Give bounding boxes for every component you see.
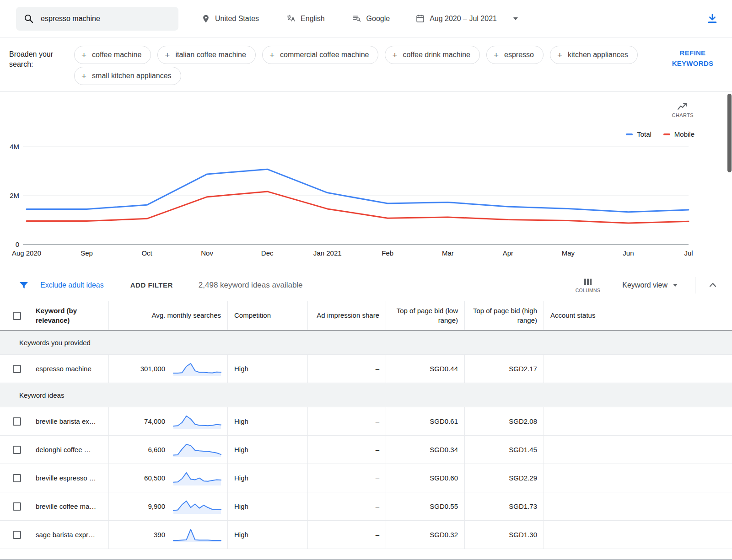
- broaden-chip[interactable]: +italian coffee machine: [157, 46, 256, 64]
- trend-arrow-icon: [677, 101, 689, 111]
- svg-text:Jun: Jun: [623, 249, 634, 257]
- broaden-chip[interactable]: +commercial coffee machine: [262, 46, 379, 64]
- bid-low-cell: SGD0.60: [386, 464, 464, 492]
- account-status-cell: [544, 355, 732, 383]
- network-value: Google: [366, 15, 390, 23]
- col-avg-monthly-searches: Avg. monthly searches: [108, 301, 227, 330]
- keyword-search-box[interactable]: [16, 7, 178, 31]
- search-input[interactable]: [41, 15, 171, 23]
- refine-keywords-button[interactable]: REFINE KEYWORDS: [667, 46, 718, 69]
- ad-impression-cell: –: [307, 436, 386, 464]
- table-row: delonghi coffee …6,600High–SGD0.34SGD1.4…: [0, 436, 732, 464]
- svg-text:4M: 4M: [10, 143, 19, 150]
- broaden-chip[interactable]: +kitchen appliances: [550, 46, 638, 64]
- legend-item-mobile[interactable]: Mobile: [663, 130, 694, 138]
- exclude-adult-ideas-link[interactable]: Exclude adult ideas: [40, 281, 104, 289]
- columns-button[interactable]: COLUMNS: [576, 277, 601, 293]
- row-checkbox[interactable]: [13, 531, 21, 539]
- select-all-checkbox[interactable]: [13, 312, 21, 320]
- translate-icon: [286, 14, 296, 23]
- svg-text:Jul: Jul: [684, 249, 693, 257]
- date-range-selector[interactable]: Aug 2020 – Jul 2021: [415, 14, 518, 23]
- trend-chart-svg: 02M4MAug 2020SepOctNovDecJan 2021FebMarA…: [0, 138, 714, 270]
- charts-toggle-button[interactable]: CHARTS: [672, 101, 694, 118]
- svg-text:May: May: [562, 249, 575, 257]
- svg-text:Dec: Dec: [261, 249, 274, 257]
- competition-cell: High: [227, 464, 307, 492]
- chip-label: coffee machine: [92, 51, 141, 59]
- topbar: United States English: [0, 0, 732, 37]
- broaden-chip[interactable]: +espresso: [486, 46, 544, 64]
- table-section-header: Keyword ideas: [0, 383, 732, 407]
- bid-low-cell: SGD0.61: [386, 407, 464, 435]
- svg-text:Mar: Mar: [442, 249, 454, 257]
- filter-funnel-icon[interactable]: [18, 280, 29, 291]
- account-status-cell: [544, 521, 732, 549]
- keyword-table-body: Keywords you providedespresso machine301…: [0, 331, 732, 549]
- keyword-cell: sage barista expr…: [27, 521, 108, 549]
- trend-sparkline: [172, 360, 223, 378]
- add-filter-button[interactable]: ADD FILTER: [130, 281, 173, 289]
- trend-sparkline: [172, 412, 223, 431]
- location-selector[interactable]: United States: [201, 14, 259, 23]
- plus-icon: +: [392, 51, 397, 59]
- svg-text:Aug 2020: Aug 2020: [12, 249, 41, 257]
- row-checkbox[interactable]: [13, 474, 21, 482]
- columns-icon: [583, 277, 593, 287]
- location-value: United States: [215, 15, 259, 23]
- chip-label: italian coffee machine: [175, 51, 246, 59]
- ad-impression-cell: –: [307, 492, 386, 520]
- row-checkbox[interactable]: [13, 446, 21, 454]
- bid-high-cell: SGD2.29: [464, 464, 544, 492]
- row-checkbox[interactable]: [13, 502, 21, 511]
- language-value: English: [301, 15, 324, 23]
- divider: [695, 277, 695, 293]
- avg-searches-cell: 74,000: [108, 407, 227, 435]
- table-section-header: Keywords you provided: [0, 331, 732, 355]
- svg-text:Feb: Feb: [382, 249, 393, 257]
- account-status-cell: [544, 464, 732, 492]
- legend-swatch: [663, 133, 670, 135]
- avg-searches-cell: 60,500: [108, 464, 227, 492]
- chip-label: commercial coffee machine: [280, 51, 369, 59]
- col-ad-impression-share: Ad impression share: [307, 301, 386, 330]
- chevron-down-icon: [673, 284, 678, 287]
- plus-icon: +: [557, 51, 562, 59]
- broaden-search-section: Broaden your search: +coffee machine+ita…: [0, 37, 732, 92]
- broaden-chip[interactable]: +small kitchen appliances: [74, 67, 181, 85]
- dropdown-arrow-icon: [513, 17, 518, 20]
- table-row: breville coffee ma…9,900High–SGD0.55SGD1…: [0, 492, 732, 521]
- chip-label: kitchen appliances: [568, 51, 628, 59]
- chip-label: espresso: [504, 51, 534, 59]
- table-header-row: Keyword (by relevance) Avg. monthly sear…: [0, 301, 732, 331]
- svg-text:2M: 2M: [10, 192, 19, 199]
- row-checkbox[interactable]: [13, 417, 21, 426]
- filter-bar: Exclude adult ideas ADD FILTER 2,498 key…: [0, 269, 732, 301]
- legend-swatch: [626, 133, 633, 135]
- scrollbar[interactable]: [727, 94, 732, 172]
- collapse-button[interactable]: [707, 280, 718, 291]
- broaden-chip[interactable]: +coffee drink machine: [385, 46, 479, 64]
- col-top-bid-low: Top of page bid (low range): [386, 301, 464, 330]
- bid-low-cell: SGD0.44: [386, 355, 464, 383]
- legend-item-total[interactable]: Total: [626, 130, 651, 138]
- bid-low-cell: SGD0.34: [386, 436, 464, 464]
- bid-high-cell: SGD1.30: [464, 521, 544, 549]
- language-selector[interactable]: English: [286, 14, 324, 23]
- plus-icon: +: [81, 51, 86, 59]
- download-button[interactable]: [706, 13, 718, 25]
- plus-icon: +: [494, 51, 499, 59]
- view-selector[interactable]: Keyword view: [622, 281, 678, 289]
- trend-sparkline: [172, 526, 223, 544]
- avg-searches-cell: 390: [108, 521, 227, 549]
- network-selector[interactable]: Google: [352, 14, 390, 23]
- ad-impression-cell: –: [307, 521, 386, 549]
- keyword-table: Keyword (by relevance) Avg. monthly sear…: [0, 301, 732, 549]
- broaden-chip[interactable]: +coffee machine: [74, 46, 151, 64]
- legend-label: Mobile: [674, 130, 694, 138]
- trend-sparkline: [172, 469, 223, 487]
- svg-text:Apr: Apr: [503, 249, 513, 257]
- svg-text:Jan 2021: Jan 2021: [313, 249, 342, 257]
- row-checkbox[interactable]: [13, 365, 21, 373]
- keyword-cell: breville espresso …: [27, 464, 108, 492]
